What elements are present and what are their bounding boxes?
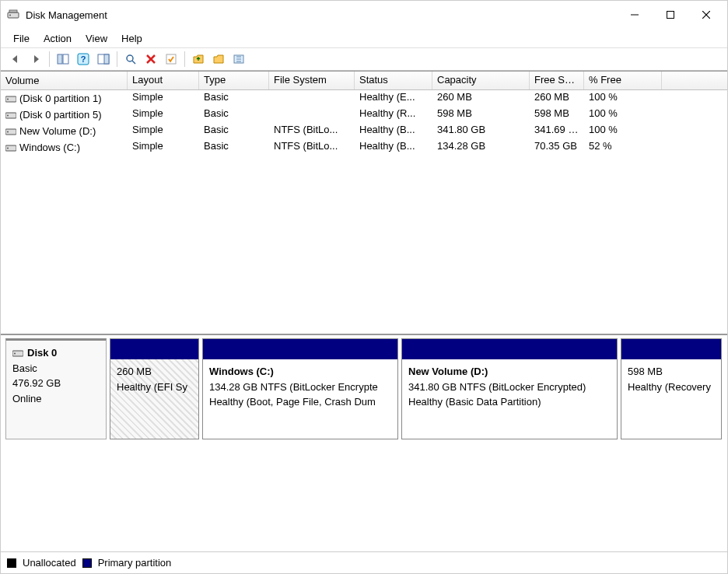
folder-up-button[interactable] [189, 50, 208, 68]
volume-row[interactable]: New Volume (D:) Simple Basic NTFS (BitLo… [1, 123, 727, 139]
volume-status: Healthy (B... [355, 139, 432, 156]
help-button[interactable]: ? [74, 50, 93, 68]
svg-point-25 [7, 114, 9, 116]
partition-name: New Volume (D:) [408, 364, 611, 380]
svg-text:?: ? [81, 54, 86, 64]
volume-capacity: 260 MB [432, 90, 530, 107]
settings-button[interactable] [229, 50, 248, 68]
volume-name: Windows (C:) [19, 142, 80, 153]
volume-type: Basic [199, 107, 269, 123]
close-button[interactable] [688, 2, 724, 27]
col-header-layout[interactable]: Layout [128, 72, 199, 89]
window-title: Disk Management [26, 9, 617, 21]
svg-rect-7 [58, 54, 62, 64]
volume-name: (Disk 0 partition 1) [19, 93, 101, 104]
partition-windows-c[interactable]: Windows (C:) 134.28 GB NTFS (BitLocker E… [202, 338, 398, 439]
volume-status: Healthy (E... [355, 90, 432, 107]
volume-fs: NTFS (BitLo... [269, 123, 355, 139]
volume-free: 598 MB [530, 107, 584, 123]
partition-status: Healthy (Basic Data Partition) [408, 394, 611, 410]
drive-icon [5, 143, 16, 152]
legend-swatch-unallocated [7, 558, 16, 568]
volume-layout: Simple [128, 107, 199, 123]
partition-color-bar [402, 339, 617, 359]
disk-info-box[interactable]: Disk 0 Basic 476.92 GB Online [5, 338, 107, 439]
legend-bar: Unallocated Primary partition [1, 551, 727, 573]
svg-point-27 [7, 131, 9, 132]
folder-button[interactable] [209, 50, 228, 68]
back-button[interactable] [6, 50, 25, 68]
disk-type: Basic [12, 361, 100, 376]
show-hide-action-pane-button[interactable] [94, 50, 113, 68]
forward-button[interactable] [26, 50, 45, 68]
disk-name: Disk 0 [27, 345, 57, 361]
volume-capacity: 341.80 GB [432, 123, 530, 139]
volume-pct: 100 % [584, 90, 662, 107]
menubar: File Action View Help [1, 29, 727, 47]
maximize-button[interactable] [653, 2, 688, 27]
partition-status: Healthy (Boot, Page File, Crash Dum [209, 394, 391, 410]
disk-icon [12, 348, 23, 358]
svg-rect-4 [667, 12, 674, 19]
col-header-pct-free[interactable]: % Free [584, 72, 662, 89]
volume-type: Basic [199, 123, 269, 139]
volume-list-pane: Volume Layout Type File System Status Ca… [1, 71, 727, 334]
volume-fs: NTFS (BitLo... [269, 139, 355, 156]
volume-free: 70.35 GB [530, 139, 584, 156]
col-header-free[interactable]: Free Sp... [530, 72, 584, 89]
delete-button[interactable] [142, 50, 160, 68]
col-header-volume[interactable]: Volume [1, 72, 128, 89]
volume-fs [269, 90, 355, 107]
partition-efi[interactable]: 260 MB Healthy (EFI Sy [110, 338, 199, 439]
partition-size: 134.28 GB NTFS (BitLocker Encrypte [209, 380, 391, 395]
partition-new-volume-d[interactable]: New Volume (D:) 341.80 GB NTFS (BitLocke… [401, 338, 618, 439]
partition-color-bar [110, 339, 198, 359]
col-header-status[interactable]: Status [355, 72, 432, 89]
volume-list-header: Volume Layout Type File System Status Ca… [1, 72, 727, 90]
volume-type: Basic [199, 90, 269, 107]
menu-file[interactable]: File [7, 31, 36, 46]
partition-recovery[interactable]: 598 MB Healthy (Recovery [621, 338, 722, 439]
volume-free: 260 MB [530, 90, 584, 107]
volume-row[interactable]: (Disk 0 partition 1) Simple Basic Health… [1, 90, 727, 107]
partition-status: Healthy (EFI Sy [117, 380, 192, 395]
col-header-filesystem[interactable]: File System [269, 72, 355, 89]
legend-label-unallocated: Unallocated [23, 557, 76, 569]
col-header-capacity[interactable]: Capacity [432, 72, 530, 89]
volume-pct: 52 % [584, 139, 662, 156]
legend-label-primary: Primary partition [98, 557, 172, 569]
svg-rect-12 [104, 54, 109, 64]
drive-icon [5, 127, 16, 136]
partition-strip: 260 MB Healthy (EFI Sy Windows (C:) 134.… [110, 338, 723, 439]
partition-size: 341.80 GB NTFS (BitLocker Encrypted) [408, 380, 611, 395]
partition-size: 598 MB [628, 364, 715, 380]
disk-size: 476.92 GB [12, 376, 100, 391]
toolbar: ? [1, 47, 727, 71]
menu-view[interactable]: View [79, 31, 114, 46]
volume-capacity: 134.28 GB [432, 139, 530, 156]
show-hide-console-button[interactable] [54, 50, 72, 68]
volume-type: Basic [199, 139, 269, 156]
drive-icon [5, 94, 16, 103]
volume-free: 341.69 GB [530, 123, 584, 139]
svg-point-13 [127, 55, 133, 61]
partition-status: Healthy (Recovery [628, 380, 715, 395]
drive-icon [5, 110, 16, 120]
volume-row[interactable]: Windows (C:) Simple Basic NTFS (BitLo...… [1, 139, 727, 156]
volume-fs [269, 107, 355, 123]
properties-button[interactable] [162, 50, 180, 68]
partition-color-bar [203, 339, 397, 359]
legend-swatch-primary [82, 558, 92, 568]
svg-rect-8 [63, 54, 68, 64]
menu-help[interactable]: Help [115, 31, 149, 46]
refresh-button[interactable] [121, 50, 140, 68]
menu-action[interactable]: Action [37, 31, 78, 46]
volume-name: (Disk 0 partition 5) [19, 109, 101, 121]
minimize-button[interactable] [617, 2, 653, 27]
volume-row[interactable]: (Disk 0 partition 5) Simple Basic Health… [1, 107, 727, 123]
toolbar-separator [117, 51, 117, 67]
volume-status: Healthy (B... [355, 123, 432, 139]
col-header-type[interactable]: Type [199, 72, 269, 89]
app-icon [7, 9, 19, 21]
volume-name: New Volume (D:) [19, 125, 96, 137]
